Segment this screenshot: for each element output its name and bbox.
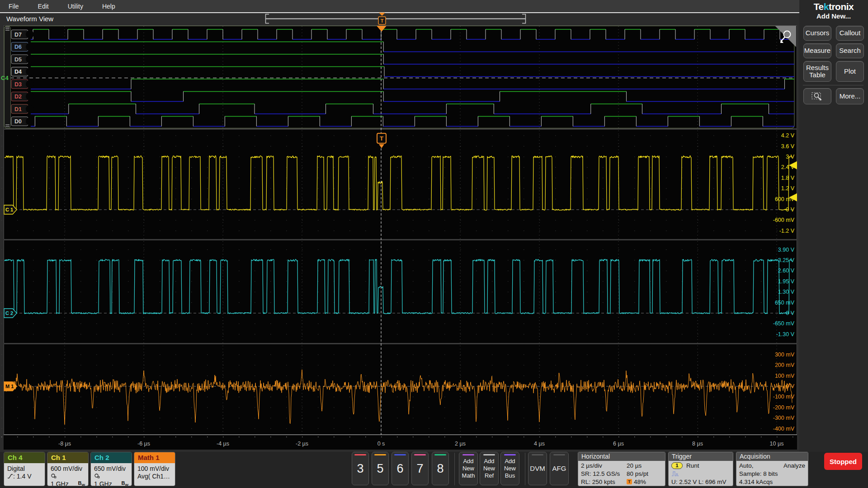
add-new-math-button[interactable]: Add New Math	[459, 452, 478, 485]
math1-badge[interactable]: Math 1 100 mV/div Avg( Ch1…	[134, 452, 175, 486]
acquisition-count: 4.314 kAcqs	[739, 479, 773, 485]
results-table-button[interactable]: Results Table	[803, 61, 831, 82]
scale-label: 650 mV	[775, 300, 795, 306]
horizontal-window: 20 µs	[627, 462, 642, 469]
dvm-button[interactable]: DVM	[528, 452, 547, 485]
tektronix-logo: Tektronix	[799, 1, 868, 12]
search-button[interactable]: Search	[836, 43, 864, 58]
add-new-header: Add New...	[799, 12, 868, 20]
scale-label: -600 mV	[773, 217, 795, 223]
scale-label: 2.60 V	[778, 267, 795, 274]
more-button[interactable]: More...	[836, 88, 864, 104]
add-new-bus-button[interactable]: Add New Bus	[500, 452, 519, 485]
channel-7-button[interactable]: 7	[411, 452, 429, 485]
ch4-badge[interactable]: Ch 4 Digital : 1.4 V	[4, 452, 45, 486]
label-notch	[26, 30, 34, 38]
d5-label: D5	[14, 56, 22, 63]
ch5-color-bar	[374, 454, 386, 455]
label-notch	[26, 93, 34, 101]
channel-6-button[interactable]: 6	[392, 452, 409, 485]
scale-label: -200 mV	[773, 404, 795, 411]
scale-label: 3 V	[786, 154, 794, 160]
ch2-scale: 650 mV/div	[94, 465, 128, 472]
scale-label: 1.30 V	[778, 289, 795, 295]
label-notch	[26, 68, 34, 76]
callout-button[interactable]: Callout	[836, 26, 864, 41]
scale-label: 1.2 V	[781, 185, 795, 192]
channel-5-button[interactable]: 5	[372, 452, 389, 485]
acquisition-panel[interactable]: Acquisition Auto,Analyze Sample: 8 bits …	[736, 452, 808, 486]
scale-label: -1.30 V	[776, 331, 795, 338]
horizontal-header: Horizontal	[578, 452, 665, 461]
menu-help[interactable]: Help	[99, 3, 118, 10]
math1-expression: Avg( Ch1…	[137, 472, 172, 480]
label-notch	[26, 43, 34, 51]
trigger-levels: U: 2.52 V L: 696 mV	[671, 479, 726, 485]
channel-8-button[interactable]: 8	[432, 452, 449, 485]
scale-label: -400 mV	[773, 426, 795, 432]
ch2-badge[interactable]: Ch 2 650 mV/div 1 GHz BW	[90, 452, 132, 486]
time-label: 10 µs	[770, 441, 784, 447]
channel-3-button[interactable]: 3	[352, 452, 369, 485]
d1-label: D1	[14, 106, 22, 113]
d0-label: D0	[14, 118, 22, 125]
trigger-t-label: T	[380, 135, 383, 142]
runt-pulse-icon	[671, 470, 679, 477]
menu-bar: File Edit Utility Help	[0, 0, 799, 12]
ch4-badge-title: Ch 4	[4, 452, 45, 463]
afg-button[interactable]: AFG	[550, 452, 569, 485]
d3-label: D3	[14, 81, 22, 88]
acquisition-analyze: Analyze	[783, 462, 805, 469]
cursors-button[interactable]: Cursors	[803, 26, 831, 41]
scale-label: 200 mV	[775, 362, 795, 368]
time-label: 4 µs	[534, 441, 545, 447]
ch1-badge[interactable]: Ch 1 600 mV/div 1 GHz BW	[47, 452, 89, 486]
zoom-mode-button[interactable]	[803, 88, 831, 104]
scale-label: 3.90 V	[778, 247, 795, 253]
d4-label: D4	[14, 69, 22, 75]
trigger-position-icon: T	[627, 479, 632, 484]
time-label: -4 µs	[217, 441, 229, 447]
menu-edit[interactable]: Edit	[35, 3, 52, 10]
time-label: 0 s	[377, 441, 385, 447]
scale-label: -650 mV	[773, 320, 795, 327]
time-label: 8 µs	[692, 441, 703, 447]
bandwidth-limit-badge: BW	[121, 480, 128, 486]
time-label: -6 µs	[137, 441, 150, 447]
ref-color-bar	[483, 454, 495, 455]
d6-label: D6	[14, 44, 22, 50]
label-notch	[26, 55, 34, 63]
time-label: -8 µs	[58, 441, 71, 447]
bottom-bar: Ch 4 Digital : 1.4 V Ch 1 600 mV/div 1 G…	[0, 452, 868, 488]
ch6-color-bar	[394, 454, 406, 455]
add-new-ref-button[interactable]: Add New Ref	[480, 452, 499, 485]
panel-divider	[803, 85, 863, 85]
waveform-plot[interactable]: TC4D7D6D5D4D3D2D1D04.2 V3.6 V3 V2.4 V1.8…	[0, 0, 868, 488]
bus-color-bar	[504, 454, 516, 455]
ch2-badge-title: Ch 2	[91, 452, 132, 463]
time-label: -2 µs	[296, 441, 308, 447]
horizontal-scale: 2 µs/div	[581, 462, 627, 469]
scale-label: 1.95 V	[778, 278, 795, 285]
scale-label: -300 mV	[773, 415, 795, 421]
record-length: RL: 250 kpts	[581, 479, 627, 485]
scale-label: 3.6 V	[781, 143, 795, 150]
trigger-marker-triangle[interactable]	[379, 13, 385, 16]
ch4-threshold: : 1.4 V	[7, 472, 42, 480]
trigger-type: Runt	[686, 462, 699, 469]
horizontal-panel[interactable]: Horizontal 2 µs/div20 µs SR: 12.5 GS/s80…	[578, 452, 665, 486]
run-stop-status[interactable]: Stopped	[824, 453, 862, 470]
sample-rate: SR: 12.5 GS/s	[581, 470, 627, 477]
trigger-marker-label: T	[381, 18, 384, 23]
measure-button[interactable]: Measure	[803, 43, 831, 58]
ch2-bandwidth: 1 GHz BW	[94, 480, 128, 486]
menu-utility[interactable]: Utility	[65, 3, 86, 10]
plot-button[interactable]: Plot	[836, 61, 864, 82]
menu-file[interactable]: File	[6, 3, 22, 10]
trigger-position: 48%	[634, 479, 646, 485]
ch3-color-bar	[354, 454, 366, 455]
d7-label: D7	[14, 32, 22, 38]
math1-handle-label: M 1	[5, 384, 14, 389]
separator	[525, 453, 525, 485]
trigger-panel[interactable]: Trigger 1Runt U: 2.52 V L: 696 mV	[668, 452, 733, 486]
